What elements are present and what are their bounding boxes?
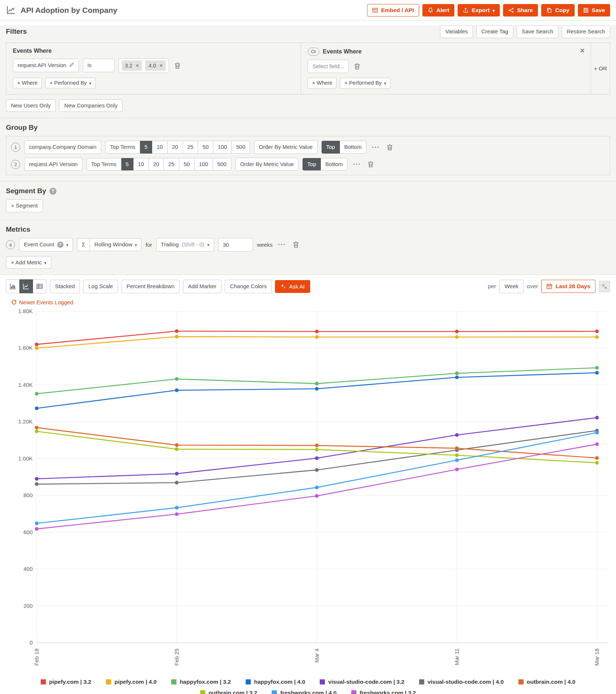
data-point[interactable] (315, 387, 319, 390)
top-terms-button[interactable]: Top Terms (105, 141, 140, 154)
filter-operator-button[interactable]: is (83, 59, 114, 72)
top-terms-option-50[interactable]: 50 (179, 158, 195, 171)
ask-ai-button[interactable]: Ask AI (275, 280, 310, 293)
order-by-button[interactable]: Order By Metric Value (235, 158, 298, 171)
data-point[interactable] (35, 477, 38, 481)
delete-group-button[interactable] (385, 143, 394, 152)
data-point[interactable] (315, 486, 319, 489)
legend-item[interactable]: outbrain.com | 3.2 (200, 690, 257, 694)
legend-item[interactable]: pipefy.com | 3.2 (41, 679, 91, 685)
data-point[interactable] (455, 335, 459, 339)
legend-item[interactable]: happyfox.com | 4.0 (246, 679, 305, 685)
data-point[interactable] (595, 366, 599, 370)
top-terms-option-50[interactable]: 50 (198, 141, 213, 154)
data-point[interactable] (315, 444, 319, 447)
data-point[interactable] (175, 481, 179, 485)
delete-filter-button[interactable] (173, 61, 182, 70)
create-tag-button[interactable]: Create Tag (476, 25, 513, 38)
data-point[interactable] (175, 388, 179, 392)
date-range-button[interactable]: Last 28 Days (541, 280, 595, 293)
data-point[interactable] (595, 371, 599, 375)
legend-item[interactable]: pipefy.com | 4.0 (106, 679, 157, 685)
top-terms-option-5[interactable]: 5 (140, 141, 152, 154)
remove-value-icon[interactable] (160, 63, 163, 68)
more-options-button[interactable] (276, 240, 287, 249)
data-point[interactable] (175, 377, 179, 381)
data-point[interactable] (35, 527, 38, 531)
data-point[interactable] (35, 482, 38, 486)
delete-group-button[interactable] (366, 159, 375, 169)
embed-api-button[interactable]: Embed / API (367, 4, 419, 16)
data-point[interactable] (455, 330, 459, 333)
top-terms-option-100[interactable]: 100 (213, 141, 232, 154)
top-terms-button[interactable]: Top Terms (87, 158, 121, 171)
data-point[interactable] (455, 467, 459, 471)
close-icon[interactable] (579, 46, 586, 56)
trailing-select[interactable]: Trailing (Shift - 0) (156, 238, 214, 251)
top-terms-option-20[interactable]: 20 (149, 158, 164, 171)
remove-value-icon[interactable] (136, 63, 139, 68)
legend-item[interactable]: happyfox.com | 3.2 (171, 679, 231, 685)
delete-metric-button[interactable] (292, 240, 300, 249)
data-point[interactable] (175, 443, 179, 447)
top-terms-option-25[interactable]: 25 (164, 158, 179, 171)
top-terms-option-500[interactable]: 500 (232, 141, 250, 154)
add-performed-by-button[interactable]: + Performed By (45, 78, 96, 89)
data-point[interactable] (595, 461, 599, 464)
data-point[interactable] (35, 426, 38, 429)
legend-item[interactable]: freshworks.com | 4.0 (272, 690, 336, 694)
top-terms-option-500[interactable]: 500 (213, 158, 231, 171)
chart-type-bar-button[interactable] (6, 279, 19, 293)
legend-item[interactable]: visual-studio-code.com | 3.2 (320, 679, 404, 685)
interval-select[interactable]: Week (499, 280, 524, 293)
group-field-button[interactable]: request.API Version (24, 158, 82, 171)
new-companies-only-button[interactable]: New Companies Only (59, 99, 122, 112)
legend-item[interactable]: outbrain.com | 4.0 (518, 679, 576, 685)
data-point[interactable] (595, 335, 599, 339)
data-point[interactable] (175, 329, 179, 333)
data-point[interactable] (595, 330, 599, 333)
new-users-only-button[interactable]: New Users Only (6, 99, 56, 112)
percent-breakdown-button[interactable]: Percent Breakdown (121, 280, 180, 293)
sigma-button[interactable]: Σ (77, 238, 90, 251)
export-button[interactable]: Export (458, 4, 500, 16)
data-point[interactable] (35, 407, 38, 410)
add-where-button[interactable]: + Where (13, 78, 42, 89)
data-point[interactable] (35, 429, 38, 433)
top-terms-option-10[interactable]: 10 (152, 141, 168, 154)
restore-search-button[interactable]: Restore Search (562, 25, 610, 38)
data-point[interactable] (455, 433, 459, 437)
data-point[interactable] (315, 456, 319, 460)
help-icon[interactable] (50, 188, 56, 195)
direction-top-button[interactable]: Top (302, 158, 321, 171)
data-point[interactable] (595, 443, 599, 446)
collapse-icon[interactable] (599, 281, 610, 292)
add-or-button[interactable]: + OR (592, 65, 609, 72)
data-point[interactable] (175, 447, 179, 451)
top-terms-option-20[interactable]: 20 (168, 141, 183, 154)
data-point[interactable] (175, 512, 179, 516)
more-options-button[interactable] (352, 160, 362, 169)
data-point[interactable] (175, 472, 179, 475)
stacked-button[interactable]: Stacked (50, 280, 80, 293)
add-segment-button[interactable]: + Segment (6, 199, 43, 212)
change-colors-button[interactable]: Change Colors (225, 280, 272, 293)
group-field-button[interactable]: company.Company Domain (24, 140, 101, 154)
direction-bottom-button[interactable]: Bottom (321, 158, 348, 171)
top-terms-option-25[interactable]: 25 (183, 141, 198, 154)
data-point[interactable] (455, 371, 459, 375)
data-point[interactable] (175, 506, 179, 510)
direction-top-button[interactable]: Top (322, 141, 340, 154)
window-select[interactable]: Rolling Window (90, 238, 142, 251)
data-point[interactable] (595, 416, 599, 419)
save-search-button[interactable]: Save Search (517, 25, 558, 38)
add-where-button[interactable]: + Where (308, 78, 337, 89)
data-point[interactable] (35, 521, 38, 525)
top-terms-option-5[interactable]: 5 (121, 158, 133, 171)
data-point[interactable] (315, 330, 319, 333)
legend-item[interactable]: visual-studio-code.com | 4.0 (419, 679, 504, 685)
order-by-button[interactable]: Order By Metric Value (254, 140, 317, 154)
top-terms-option-100[interactable]: 100 (195, 158, 213, 171)
data-point[interactable] (315, 448, 319, 451)
variables-button[interactable]: Variables (440, 25, 473, 38)
